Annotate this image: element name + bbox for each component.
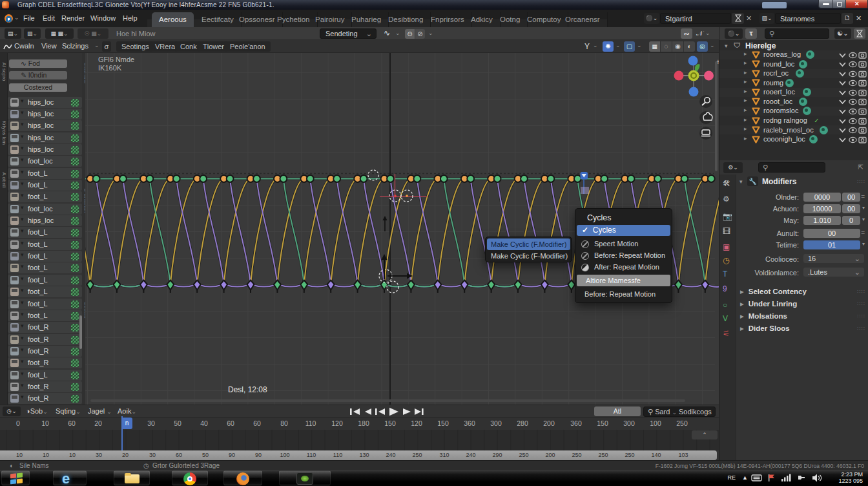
svg-text:IK160K: IK160K xyxy=(98,64,122,72)
svg-text:Desl, 12:08: Desl, 12:08 xyxy=(228,385,267,394)
svg-text:GFl6 Nmde: GFl6 Nmde xyxy=(98,56,134,63)
